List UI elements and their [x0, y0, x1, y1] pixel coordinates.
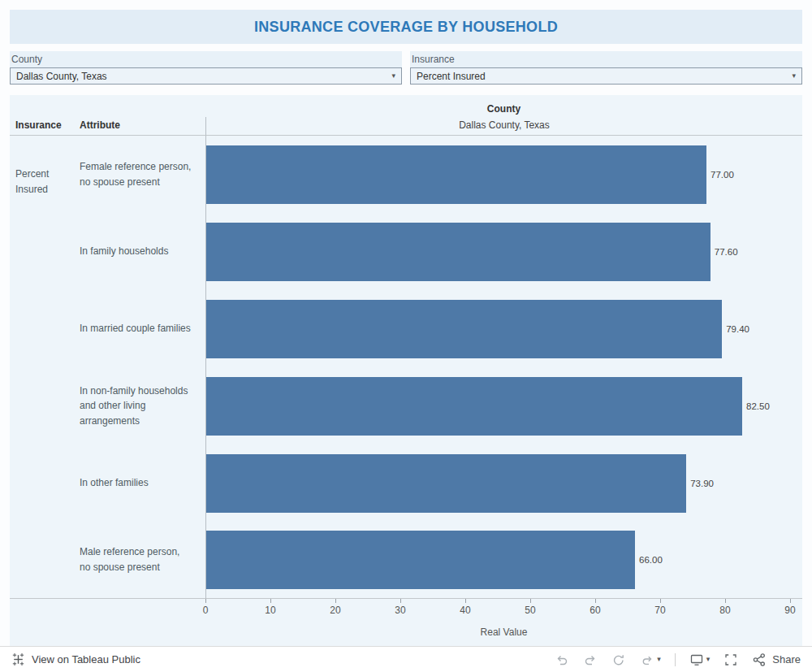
dashboard: INSURANCE COVERAGE BY HOUSEHOLD County D… — [0, 0, 812, 646]
redo-icon[interactable] — [583, 652, 598, 667]
row-header-insurance: Insurance — [10, 117, 73, 136]
x-axis: 0102030405060708090 — [205, 599, 802, 623]
header-spacer — [10, 100, 205, 117]
x-tick-label: 40 — [460, 605, 470, 616]
view-on-tableau-label: View on Tableau Public — [32, 653, 140, 665]
x-tick-mark — [725, 599, 726, 603]
chart-table: County Insurance Attribute Dallas County… — [10, 100, 802, 643]
attribute-label: Male reference person, no spouse present — [73, 522, 205, 599]
x-tick-label: 90 — [784, 605, 795, 616]
bar[interactable] — [206, 377, 742, 436]
x-tick-mark — [660, 599, 661, 603]
bar-value-label: 66.00 — [639, 555, 663, 565]
toolbar-divider — [675, 653, 676, 666]
bar[interactable] — [206, 454, 686, 513]
column-value-label: Dallas County, Texas — [205, 117, 802, 136]
bar-row: 77.60 — [205, 213, 802, 290]
bar-row: 82.50 — [205, 367, 802, 444]
tableau-footer: View on Tableau Public ▾ — [0, 646, 812, 672]
bar-value-label: 79.40 — [726, 324, 749, 334]
attribute-label: In married couple families — [73, 290, 205, 367]
chevron-down-icon: ▾ — [657, 656, 661, 663]
share-label: Share — [772, 653, 801, 665]
fullscreen-icon[interactable] — [723, 652, 738, 667]
dashboard-title: INSURANCE COVERAGE BY HOUSEHOLD — [254, 19, 558, 36]
county-dropdown-value: Dallas County, Texas — [16, 71, 107, 82]
x-tick-mark — [465, 599, 466, 603]
row-header-attribute: Attribute — [73, 117, 205, 136]
revert-icon[interactable] — [611, 652, 626, 667]
share-button[interactable]: Share — [752, 652, 801, 667]
bar[interactable] — [206, 145, 706, 204]
insurance-dropdown[interactable]: Percent Insured ▾ — [410, 67, 802, 85]
attribute-label: In non-family households and other livin… — [73, 367, 205, 444]
x-tick-label: 70 — [654, 605, 665, 616]
bar-value-label: 82.50 — [746, 401, 770, 411]
bar-chart: County Insurance Attribute Dallas County… — [10, 95, 802, 654]
bar-value-label: 77.00 — [710, 170, 734, 180]
attribute-label: Female reference person, no spouse prese… — [73, 136, 205, 213]
x-tick-mark — [595, 599, 596, 603]
insurance-filter-label: Insurance — [410, 53, 802, 67]
insurance-value-label: Percent Insured — [10, 136, 73, 599]
bar-value-label: 73.90 — [690, 479, 714, 488]
x-tick-label: 20 — [330, 605, 340, 616]
chevron-down-icon: ▾ — [706, 656, 710, 663]
bar[interactable] — [206, 531, 635, 589]
x-tick-label: 60 — [590, 605, 600, 616]
x-tick-label: 50 — [525, 605, 535, 616]
chevron-down-icon: ▾ — [792, 72, 796, 80]
bar-row: 79.40 — [205, 290, 802, 367]
x-tick-label: 10 — [265, 605, 275, 616]
bar[interactable] — [206, 223, 710, 281]
x-tick-label: 0 — [203, 605, 209, 616]
x-tick-mark — [335, 599, 336, 603]
x-tick-label: 80 — [719, 605, 730, 616]
x-tick-mark — [205, 599, 206, 603]
x-axis-title: Real Value — [205, 623, 802, 643]
filters-row: County Dallas County, Texas ▾ Insurance … — [10, 51, 802, 85]
x-tick-mark — [790, 599, 791, 603]
title-bar: INSURANCE COVERAGE BY HOUSEHOLD — [10, 10, 802, 44]
bar-row: 73.90 — [205, 444, 802, 522]
county-filter: County Dallas County, Texas ▾ — [10, 51, 402, 85]
insurance-dropdown-value: Percent Insured — [417, 71, 486, 82]
attribute-label: In family households — [73, 213, 205, 290]
bar-row: 66.00 — [205, 522, 802, 599]
x-tick-label: 30 — [395, 605, 405, 616]
bar-row: 77.00 — [205, 136, 802, 213]
bar[interactable] — [206, 300, 722, 358]
county-dropdown[interactable]: Dallas County, Texas ▾ — [10, 67, 402, 85]
x-tick-mark — [530, 599, 531, 603]
refresh-icon[interactable]: ▾ — [640, 652, 661, 667]
footer-toolbar: ▾ ▾ Share — [555, 652, 801, 667]
tableau-logo-icon — [11, 652, 25, 666]
device-layout-icon[interactable]: ▾ — [689, 652, 710, 667]
x-tick-mark — [400, 599, 401, 603]
view-on-tableau-link[interactable]: View on Tableau Public — [11, 652, 140, 666]
x-tick-mark — [270, 599, 271, 603]
column-header-county: County — [205, 100, 802, 117]
undo-icon[interactable] — [555, 652, 569, 667]
chevron-down-icon: ▾ — [391, 72, 395, 80]
county-filter-label: County — [10, 53, 402, 67]
bar-value-label: 77.60 — [715, 247, 738, 257]
attribute-label: In other families — [73, 444, 205, 522]
insurance-filter: Insurance Percent Insured ▾ — [410, 51, 802, 85]
axis-spacer — [10, 599, 205, 623]
